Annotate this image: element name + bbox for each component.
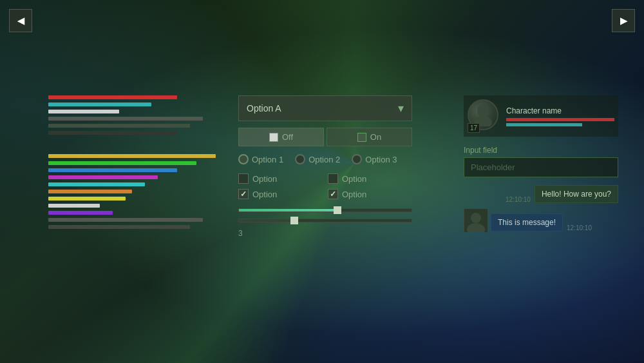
bar-row: [48, 117, 203, 121]
bar-row: [48, 225, 190, 229]
toggle-on-button[interactable]: On: [327, 128, 412, 146]
character-info: Character name: [506, 106, 614, 126]
left-arrow-icon: ◀: [17, 15, 24, 26]
chat-avatar-icon: [464, 209, 488, 232]
bar-row: [48, 161, 196, 165]
checkbox-label-4: Option: [342, 190, 366, 199]
slider-1-section: [238, 208, 412, 212]
checkbox-group: Option Option ✓ Option ✓ Option: [238, 173, 412, 199]
checkmark-icon-4: ✓: [330, 190, 336, 199]
checkbox-label-2: Option: [342, 174, 366, 184]
right-arrow-icon: ▶: [620, 15, 627, 26]
toggle-on-label: On: [370, 132, 381, 142]
bar-row: [48, 197, 126, 201]
right-panel: 17 Character name Input field 12:10:10 H…: [464, 95, 618, 237]
chat-area: 12:10:10 Hello! How are you? This is mes…: [464, 185, 618, 231]
chat-time-1: 12:10:10: [506, 196, 531, 203]
health-bar: [506, 118, 614, 121]
avatar-level: 17: [468, 123, 480, 133]
checkbox-1[interactable]: Option: [238, 173, 323, 184]
bars-top-group: [48, 95, 216, 135]
bar-row: [48, 131, 177, 135]
slider-1-fill: [239, 209, 337, 211]
dropdown-arrow-icon: ▾: [398, 101, 404, 115]
toggle-on-indicator: [357, 133, 366, 142]
toggle-off-indicator: [269, 133, 278, 142]
radio-label-2: Option 2: [308, 155, 340, 164]
checkbox-2[interactable]: Option: [328, 173, 412, 184]
slider-1-thumb[interactable]: [334, 206, 341, 214]
bar-row: [48, 154, 216, 158]
character-name: Character name: [506, 106, 614, 115]
input-field[interactable]: [464, 157, 618, 177]
toggle-off-label: Off: [282, 132, 293, 142]
radio-option-3[interactable]: Option 3: [352, 154, 397, 164]
bar-row: [48, 95, 177, 99]
slider-2-fill: [239, 219, 294, 222]
bar-row: [48, 110, 119, 113]
bar-row: [48, 204, 100, 208]
chat-message-1: 12:10:10 Hello! How are you?: [464, 185, 618, 203]
slider-2-section: 3: [238, 219, 412, 238]
bars-panel: [48, 95, 216, 235]
bar-row: [48, 175, 158, 179]
bars-bottom-group: [48, 154, 216, 229]
bar-row: [48, 168, 177, 172]
chat-time-2: 12:10:10: [567, 224, 592, 231]
checkbox-box-4: ✓: [328, 189, 338, 199]
dropdown[interactable]: Option A ▾: [238, 95, 412, 121]
toggle-off-button[interactable]: Off: [238, 128, 324, 146]
radio-group: Option 1 Option 2 Option 3: [238, 154, 412, 164]
checkbox-label-1: Option: [252, 174, 277, 184]
checkbox-box-2: [328, 173, 338, 184]
checkbox-box-3: ✓: [238, 189, 249, 199]
chat-bubble-2: This is message!: [491, 213, 563, 231]
slider-2-track[interactable]: [238, 219, 412, 222]
character-card: 17 Character name: [464, 95, 618, 137]
bar-row: [48, 190, 132, 193]
chat-message-2: This is message! 12:10:10: [464, 208, 618, 231]
bar-row: [48, 124, 190, 128]
input-label: Input field: [464, 146, 618, 155]
radio-circle-2: [295, 154, 305, 164]
mana-bar: [506, 123, 582, 126]
checkbox-3[interactable]: ✓ Option: [238, 189, 323, 199]
nav-left-button[interactable]: ◀: [9, 9, 32, 32]
toggle-row: Off On: [238, 128, 412, 146]
checkbox-label-3: Option: [252, 190, 277, 199]
radio-option-2[interactable]: Option 2: [295, 154, 340, 164]
svg-point-3: [471, 213, 481, 223]
nav-right-button[interactable]: ▶: [612, 9, 635, 32]
chat-bubble-1: Hello! How are you?: [535, 185, 618, 203]
slider-2-thumb[interactable]: [290, 217, 298, 224]
checkbox-box-1: [238, 173, 249, 184]
radio-label-3: Option 3: [365, 155, 397, 164]
slider-1-track[interactable]: [238, 208, 412, 212]
radio-circle-1: [238, 154, 249, 164]
bar-row: [48, 182, 145, 186]
checkmark-icon-3: ✓: [240, 190, 247, 199]
svg-point-0: [477, 104, 489, 117]
radio-circle-3: [352, 154, 362, 164]
dropdown-label: Option A: [247, 103, 281, 113]
bar-row: [48, 103, 151, 106]
ui-panel: Option A ▾ Off On Option 1 Option 2: [238, 95, 412, 243]
chat-avatar: [464, 208, 487, 231]
avatar-wrap: 17: [468, 99, 501, 133]
bar-row: [48, 218, 203, 222]
bar-row: [48, 211, 113, 215]
input-section: Input field: [464, 146, 618, 177]
checkbox-4[interactable]: ✓ Option: [328, 189, 412, 199]
radio-label-1: Option 1: [252, 155, 283, 164]
slider-value: 3: [238, 229, 412, 238]
radio-option-1[interactable]: Option 1: [238, 154, 283, 164]
